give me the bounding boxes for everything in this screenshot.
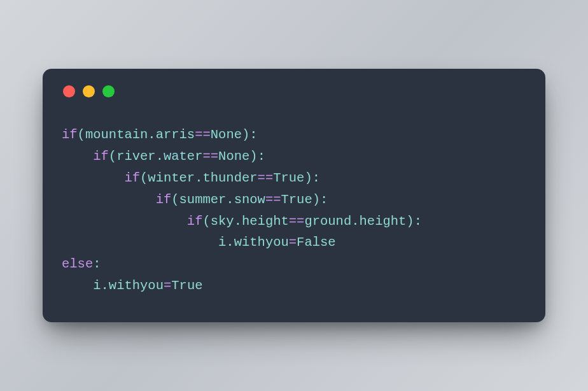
code-token: ( (140, 171, 148, 185)
code-token: : (93, 257, 101, 271)
code-token: = (164, 278, 171, 293)
code-token: . (234, 214, 242, 229)
code-token: ( (78, 127, 85, 142)
code-token: ) (249, 149, 257, 164)
code-token: . (195, 171, 202, 185)
code-token: . (226, 192, 234, 207)
code-token: else (62, 257, 93, 271)
code-token: winter (148, 171, 195, 185)
code-line: i.withyou=True (62, 275, 526, 297)
code-block: if(mountain.arris==None): if(river.water… (62, 124, 526, 297)
close-icon[interactable] (63, 85, 75, 97)
code-token: snow (234, 192, 265, 207)
code-token: == (258, 171, 274, 185)
code-token: = (289, 235, 297, 250)
code-token: arris (156, 127, 195, 142)
code-token: height (360, 214, 407, 229)
code-token: None (218, 149, 249, 164)
code-token: if (124, 171, 140, 185)
code-token: . (148, 127, 155, 142)
code-token: if (62, 127, 78, 142)
code-token: i (218, 235, 226, 250)
code-token: water (164, 149, 203, 164)
code-token: . (226, 235, 234, 250)
code-token: True (171, 278, 202, 293)
code-line: else: (62, 253, 526, 275)
code-token: river (116, 149, 156, 164)
code-token: : (249, 127, 257, 142)
code-token: if (93, 149, 109, 164)
code-token: . (101, 278, 109, 293)
code-token: None (211, 127, 242, 142)
code-token: True (281, 192, 312, 207)
code-line: if(summer.snow==True): (62, 189, 526, 211)
code-window: if(mountain.arris==None): if(river.water… (43, 69, 545, 322)
code-token: ) (406, 214, 414, 229)
code-token: if (156, 192, 172, 207)
code-token: == (202, 149, 218, 164)
code-token: ) (242, 127, 249, 142)
code-token: : (320, 192, 328, 207)
code-token: withyou (234, 235, 289, 250)
code-token: . (156, 149, 164, 164)
code-token: ) (312, 192, 320, 207)
code-token: == (195, 127, 211, 142)
code-token: : (312, 171, 320, 185)
code-token: ( (202, 214, 210, 229)
code-token: i (93, 278, 101, 293)
code-token: . (351, 214, 359, 229)
code-line: if(sky.height==ground.height): (62, 211, 526, 232)
window-traffic-lights (63, 85, 526, 97)
code-token: == (265, 192, 281, 207)
code-token: True (273, 171, 304, 185)
code-token: ( (171, 192, 179, 207)
code-token: ( (109, 149, 116, 164)
code-token: mountain (85, 127, 148, 142)
code-line: i.withyou=False (62, 232, 526, 253)
code-token: : (258, 149, 265, 164)
code-line: if(river.water==None): (62, 146, 526, 167)
code-token: ground (304, 214, 351, 229)
code-token: == (289, 214, 305, 229)
code-token: if (187, 214, 203, 229)
code-line: if(mountain.arris==None): (62, 124, 526, 146)
code-token: False (297, 235, 336, 250)
code-token: withyou (109, 278, 164, 293)
code-token: thunder (202, 171, 257, 185)
code-token: height (242, 214, 289, 229)
code-token: ) (304, 171, 312, 185)
code-token: summer (179, 192, 227, 207)
code-token: : (414, 214, 422, 229)
code-line: if(winter.thunder==True): (62, 167, 526, 189)
zoom-icon[interactable] (102, 85, 115, 97)
minimize-icon[interactable] (83, 85, 95, 97)
code-token: sky (211, 214, 234, 229)
